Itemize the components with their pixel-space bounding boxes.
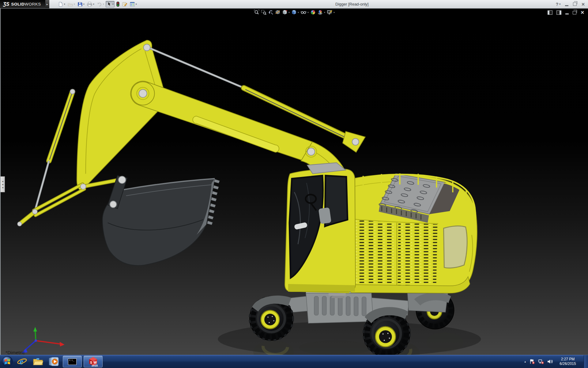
menu-expand-button[interactable]: ▸: [45, 0, 49, 8]
rebuild-button[interactable]: [115, 1, 121, 7]
solidworks-logo-text: SOLID: [11, 2, 24, 6]
windows-taskbar: e C:\_ S W 2015 ▴: [0, 355, 588, 368]
view-orientation-label: *Dimetric: [6, 350, 25, 355]
view-settings-icon: [327, 10, 333, 15]
taskbar-item-file-explorer[interactable]: [30, 355, 46, 368]
collapse-left-icon: ◂: [2, 180, 3, 182]
undo-icon: [97, 2, 102, 7]
cab[interactable]: [285, 163, 356, 292]
collapse-left-icon: ◂: [2, 183, 3, 186]
print-icon: [87, 2, 92, 7]
collapse-left-icon: ◂: [2, 186, 3, 189]
display-style-icon: [291, 10, 297, 15]
file-properties-button[interactable]: [121, 1, 128, 7]
action-center-flag-icon[interactable]: [529, 359, 535, 364]
section-view-icon: [275, 10, 281, 15]
clock-date: 6/26/2015: [556, 362, 580, 366]
zoom-to-fit-icon: [254, 10, 259, 15]
select-button[interactable]: ▾: [106, 1, 115, 7]
restore-button[interactable]: [573, 2, 577, 6]
orientation-triad[interactable]: [21, 327, 65, 353]
apply-scene-icon: [317, 10, 323, 15]
doc-minimize-button[interactable]: [565, 13, 569, 14]
headsup-view-toolbar: ▾ ▾ ▾: [254, 9, 335, 16]
save-icon: [77, 2, 82, 7]
menu-expand-icon: ▸: [47, 3, 48, 6]
view-orientation-button[interactable]: ▾: [282, 9, 290, 16]
document-title: Digger [Read-only]: [335, 0, 368, 8]
file-explorer-icon: [33, 357, 43, 366]
zoom-to-area-icon: [261, 10, 266, 15]
graphics-viewport[interactable]: ▾ ▾ ▾: [0, 8, 588, 355]
help-button[interactable]: ?▾: [556, 2, 561, 7]
clock-time: 2:27 PM: [556, 357, 580, 362]
solidworks-2015-icon: S W 2015: [88, 356, 98, 367]
section-view-button[interactable]: [275, 9, 281, 16]
system-tray: ▴ 2:27 PM 6/26/2015: [524, 355, 588, 368]
speaker-icon[interactable]: [547, 359, 553, 364]
windows-start-icon: [1, 355, 13, 368]
doc-close-button[interactable]: ✕: [580, 10, 584, 15]
view-settings-button[interactable]: ▾: [326, 9, 335, 16]
options-icon: [130, 2, 135, 7]
svg-text:e: e: [20, 357, 23, 366]
document-window-controls: ✕: [548, 10, 584, 15]
svg-text:2015: 2015: [92, 364, 98, 367]
taskbar-item-command-prompt[interactable]: C:\_: [63, 356, 82, 367]
show-desktop-button[interactable]: [584, 355, 588, 368]
app-window-controls: ?▾ ✕: [556, 0, 585, 8]
previous-view-icon: [268, 10, 273, 15]
file-properties-icon: [122, 2, 127, 7]
model-digger[interactable]: [1, 8, 588, 355]
taskbar-clock[interactable]: 2:27 PM 6/26/2015: [556, 357, 580, 366]
save-button[interactable]: ▾: [77, 1, 85, 7]
taskbar-item-internet-explorer[interactable]: e: [14, 355, 30, 368]
pane-right-button[interactable]: [556, 10, 561, 15]
open-icon: [68, 2, 73, 7]
taskbar-item-solidworks[interactable]: S W 2015: [84, 356, 103, 367]
command-prompt-icon: C:\_: [68, 358, 77, 365]
edit-appearance-icon: [310, 10, 316, 15]
zoom-to-fit-button[interactable]: [254, 9, 260, 16]
media-player-icon: [49, 357, 59, 366]
doc-restore-button[interactable]: [573, 11, 576, 14]
standard-toolbar: ▾ ▾ ▾ ▾: [57, 1, 138, 7]
edit-appearance-button[interactable]: [310, 9, 316, 16]
solidworks-logo-mark: ƷS: [3, 2, 9, 7]
new-document-icon: [58, 2, 63, 7]
solidworks-fullscreen: { "window": { "title": "Digger [Read-onl…: [0, 0, 588, 368]
minimize-button[interactable]: [565, 5, 568, 6]
new-document-button[interactable]: ▾: [57, 1, 66, 7]
open-button[interactable]: ▾: [67, 1, 76, 7]
rebuild-traffic-light-icon: [116, 2, 120, 7]
display-style-button[interactable]: ▾: [291, 9, 299, 16]
start-button[interactable]: [1, 355, 14, 368]
undo-button[interactable]: ▾: [96, 1, 105, 7]
hide-show-items-icon: [300, 10, 307, 15]
solidworks-logo: ƷS SOLIDWORKS: [0, 0, 45, 8]
title-toolbar: ƷS SOLIDWORKS ▸ ▾ ▾ ▾: [0, 0, 588, 9]
pane-left-button[interactable]: [548, 10, 552, 15]
close-button[interactable]: ✕: [581, 2, 585, 7]
zoom-to-area-button[interactable]: [261, 9, 267, 16]
previous-view-button[interactable]: [268, 9, 274, 16]
select-cursor-icon: [107, 2, 111, 7]
hide-show-items-button[interactable]: ▾: [300, 9, 309, 16]
print-button[interactable]: ▾: [86, 1, 95, 7]
apply-scene-button[interactable]: ▾: [317, 9, 326, 16]
network-disconnected-icon[interactable]: [538, 359, 544, 364]
feature-tree-collapse-tab[interactable]: ◂ ◂ ◂: [1, 176, 5, 192]
options-button[interactable]: ▾: [129, 1, 138, 7]
view-orientation-icon: [282, 10, 288, 15]
internet-explorer-icon: e: [17, 356, 27, 367]
taskbar-item-media-player[interactable]: [46, 355, 62, 368]
tray-expand-button[interactable]: ▴: [524, 359, 526, 364]
